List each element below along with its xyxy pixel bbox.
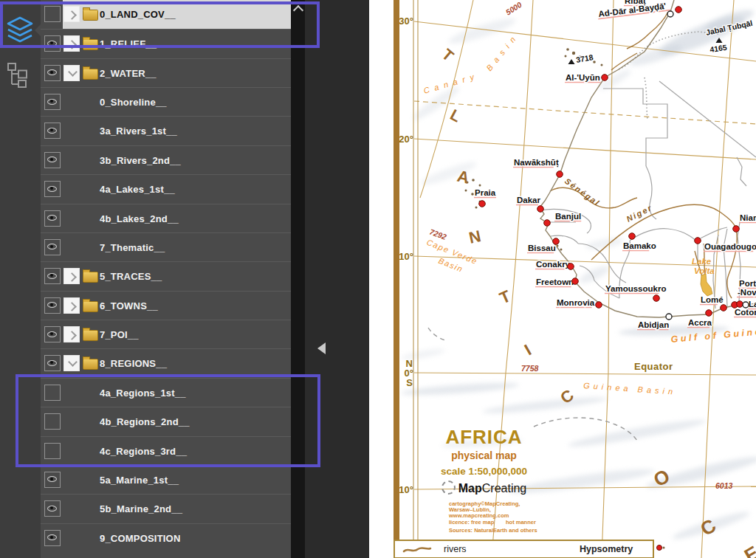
city-dot xyxy=(629,233,636,240)
city: -Novo xyxy=(737,288,756,297)
expand-toggle[interactable] xyxy=(63,297,80,314)
city: Abidjan xyxy=(637,320,669,330)
expand-toggle[interactable] xyxy=(63,268,80,284)
layer-row[interactable]: 5_TRACES__ xyxy=(41,261,291,291)
layer-row[interactable]: 6_TOWNS__ xyxy=(41,291,291,320)
city: Al-'Uyūn xyxy=(565,73,601,83)
visibility-eye-toggle[interactable] xyxy=(44,268,61,284)
latitude-label: 20° xyxy=(399,134,413,145)
map-scale: scale 1:50,000,000 xyxy=(423,466,545,477)
eye-icon xyxy=(47,360,57,366)
layer-label[interactable]: 0_Shoreline__ xyxy=(100,88,167,117)
lake-label: Volta xyxy=(694,266,715,275)
island xyxy=(465,190,467,192)
layer-label[interactable]: 7_POI__ xyxy=(100,320,139,350)
relief-shading xyxy=(482,394,608,416)
layer-row[interactable]: 2_WATER__ xyxy=(41,58,291,88)
parallel-line xyxy=(414,139,756,159)
layer-row[interactable]: 3b_Rivers_2nd__ xyxy=(41,145,291,175)
layer-label[interactable]: 5b_Marine_2nd__ xyxy=(100,495,182,524)
map-title: AFRICA xyxy=(423,426,545,449)
expand-toggle[interactable] xyxy=(63,355,80,371)
visibility-eye-toggle[interactable] xyxy=(44,181,61,197)
folder-icon xyxy=(83,359,98,370)
layer-label[interactable]: 3b_Rivers_2nd__ xyxy=(100,146,181,176)
map-subtitle: physical map xyxy=(423,450,545,461)
island xyxy=(560,249,563,251)
visibility-eye-toggle[interactable] xyxy=(44,210,61,227)
collapse-panel-icon[interactable] xyxy=(317,342,326,354)
panel-sidebar xyxy=(0,0,41,558)
layer-label[interactable]: 5a_Marine_1st__ xyxy=(100,466,179,495)
brand-bold: Map xyxy=(458,482,482,495)
layer-row[interactable]: 5b_Marine_2nd__ xyxy=(41,494,291,523)
layer-row[interactable]: 7_POI__ xyxy=(41,320,291,349)
city-dot xyxy=(596,302,602,309)
city: Niamey xyxy=(739,213,756,223)
peak-elevation: 3718 xyxy=(575,52,594,64)
layer-label[interactable]: 2_WATER__ xyxy=(100,59,157,89)
city: Accra xyxy=(687,318,712,328)
visibility-eye-toggle[interactable] xyxy=(44,326,61,342)
visibility-eye-toggle[interactable] xyxy=(44,297,61,314)
brand-rest: Creating xyxy=(482,482,526,495)
visibility-eye-toggle[interactable] xyxy=(44,94,61,110)
layer-label[interactable]: 3a_Rivers_1st__ xyxy=(100,117,177,146)
credits: cartography©MapCreating, Warsaw–Lublin, … xyxy=(449,501,520,519)
eye-icon xyxy=(47,331,57,337)
visibility-eye-toggle[interactable] xyxy=(44,530,61,546)
visibility-eye-toggle[interactable] xyxy=(44,355,61,371)
scrollbar[interactable] xyxy=(291,0,305,558)
layer-label[interactable]: 4a_Lakes_1st__ xyxy=(100,175,175,204)
city-label: Yamoussoukro xyxy=(605,284,666,293)
city-dot xyxy=(706,310,712,317)
city-open-circle xyxy=(743,302,749,308)
city-label: Accra xyxy=(688,318,712,327)
visibility-eye-toggle[interactable] xyxy=(44,472,61,488)
city: Ouagadougou xyxy=(704,242,756,252)
layer-row[interactable]: 7_Thematic__ xyxy=(41,232,291,262)
layer-label[interactable]: 9_COMPOSITION xyxy=(100,524,181,554)
river xyxy=(627,12,668,49)
layer-label[interactable]: 6_TOWNS__ xyxy=(100,292,158,321)
expand-toggle[interactable] xyxy=(63,326,80,342)
expand-toggle[interactable] xyxy=(63,65,80,81)
layer-row[interactable]: 5a_Marine_1st__ xyxy=(41,465,291,495)
visibility-eye-toggle[interactable] xyxy=(44,152,61,168)
city-label: Bamako xyxy=(623,241,656,250)
city: Freetown xyxy=(535,278,574,287)
folder-icon xyxy=(83,330,98,341)
layer-row[interactable]: 3a_Rivers_1st__ xyxy=(41,116,291,145)
visibility-eye-toggle[interactable] xyxy=(44,239,61,255)
latitude-label: 10° xyxy=(399,484,413,495)
licence-line: licence: free map hot manner xyxy=(449,520,494,526)
layer-row[interactable]: 0_Shoreline__ xyxy=(41,87,291,117)
city: Nawākshūṭ xyxy=(513,158,559,168)
eye-icon xyxy=(47,506,57,512)
model-tree-icon[interactable] xyxy=(7,62,32,89)
layer-row[interactable]: 4b_Lakes_2nd__ xyxy=(41,204,291,233)
eye-icon xyxy=(47,244,57,249)
city: Bissau xyxy=(527,244,556,253)
ocean-name-letter: I xyxy=(521,341,535,359)
ocean-name-letter: E xyxy=(740,542,756,558)
layer-row[interactable]: 4a_Lakes_1st__ xyxy=(41,174,291,204)
visibility-eye-toggle[interactable] xyxy=(44,500,61,517)
city: Conakry xyxy=(535,260,571,269)
sea-label: Guinea Basin xyxy=(583,381,677,396)
country-border xyxy=(724,229,727,306)
layer-label[interactable]: 5_TRACES__ xyxy=(100,262,162,292)
layer-label[interactable]: 7_Thematic__ xyxy=(100,233,165,263)
city-label: Banjul xyxy=(555,212,581,221)
peak-triangle-icon xyxy=(568,59,575,64)
eye-icon xyxy=(47,534,57,540)
layer-label[interactable]: 4b_Lakes_2nd__ xyxy=(100,204,179,234)
city: Yamoussoukro xyxy=(605,284,666,294)
visibility-eye-toggle[interactable] xyxy=(44,65,61,81)
city-dot xyxy=(737,301,743,308)
brand-circle-icon xyxy=(441,480,456,495)
layer-row[interactable]: 9_COMPOSITION xyxy=(41,523,291,553)
city-dot xyxy=(537,206,544,213)
visibility-eye-toggle[interactable] xyxy=(44,123,61,139)
city: Bamako xyxy=(622,241,656,251)
